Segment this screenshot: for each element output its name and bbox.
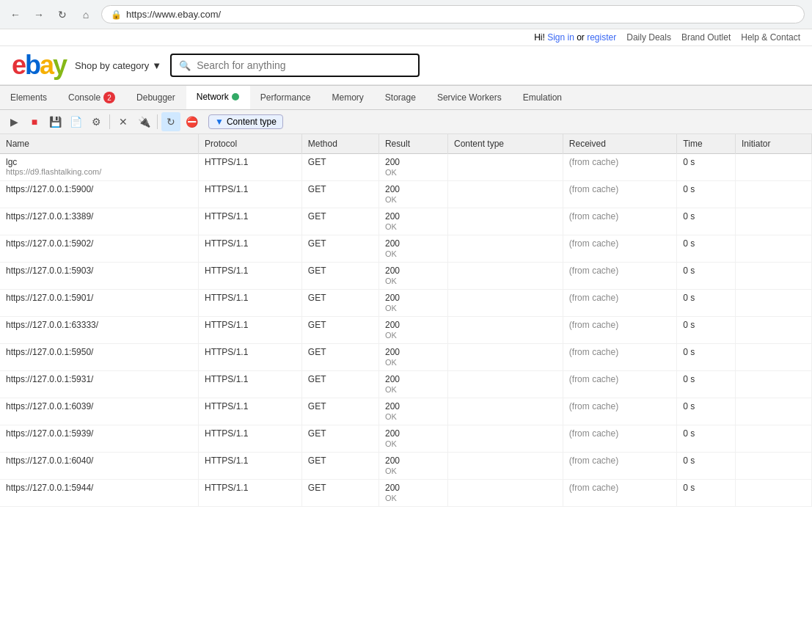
home-button[interactable]: ⌂ <box>78 7 94 23</box>
table-row[interactable]: https://127.0.0.1:5900/ HTTPS/1.1 GET 20… <box>0 181 812 208</box>
cell-method: GET <box>301 208 378 235</box>
col-result[interactable]: Result <box>378 134 447 154</box>
cell-received: (from cache) <box>563 235 677 263</box>
col-method[interactable]: Method <box>301 134 378 154</box>
table-row[interactable]: https://127.0.0.1:5901/ HTTPS/1.1 GET 20… <box>0 290 812 317</box>
top-bar: Hi! Sign in or register Daily Deals Bran… <box>0 29 812 46</box>
tab-memory[interactable]: Memory <box>322 86 375 109</box>
block-button[interactable]: ⛔ <box>182 112 201 131</box>
table-row[interactable]: https://127.0.0.1:63333/ HTTPS/1.1 GET 2… <box>0 317 812 344</box>
cell-protocol: HTTPS/1.1 <box>199 263 302 290</box>
cell-time: 0 s <box>677 235 736 263</box>
table-row[interactable]: https://127.0.0.1:5931/ HTTPS/1.1 GET 20… <box>0 371 812 398</box>
back-button[interactable]: ← <box>7 7 23 23</box>
search-bar[interactable]: 🔍 <box>170 54 420 77</box>
tab-network[interactable]: Network <box>186 86 250 109</box>
cell-content-type <box>448 181 563 208</box>
col-name[interactable]: Name <box>0 134 199 154</box>
daily-deals-link[interactable]: Daily Deals <box>626 32 671 43</box>
signin-link[interactable]: Sign in <box>547 32 574 43</box>
cell-result: 200OK <box>378 453 447 480</box>
filter-button[interactable]: 🔌 <box>134 112 153 131</box>
cell-method: GET <box>301 154 378 181</box>
clear-button[interactable]: ✕ <box>114 112 133 131</box>
cell-initiator <box>736 317 812 344</box>
table-row[interactable]: https://127.0.0.1:5903/ HTTPS/1.1 GET 20… <box>0 263 812 290</box>
cell-content-type <box>448 208 563 235</box>
tab-storage[interactable]: Storage <box>375 86 427 109</box>
cell-result: 200OK <box>378 208 447 235</box>
cell-name: https://127.0.0.1:5901/ <box>0 290 199 317</box>
cell-protocol: HTTPS/1.1 <box>199 154 302 181</box>
table-row[interactable]: lgc https://d9.flashtalking.com/ HTTPS/1… <box>0 154 812 181</box>
cell-received: (from cache) <box>563 263 677 290</box>
search-input[interactable] <box>197 59 411 71</box>
tab-debugger[interactable]: Debugger <box>126 86 186 109</box>
forward-button[interactable]: → <box>31 7 47 23</box>
table-row[interactable]: https://127.0.0.1:6040/ HTTPS/1.1 GET 20… <box>0 453 812 480</box>
cell-method: GET <box>301 181 378 208</box>
cell-result: 200OK <box>378 290 447 317</box>
cell-time: 0 s <box>677 181 736 208</box>
stop-button[interactable]: ■ <box>25 112 44 131</box>
tab-performance[interactable]: Performance <box>250 86 322 109</box>
cell-protocol: HTTPS/1.1 <box>199 480 302 507</box>
tab-service-workers-label: Service Workers <box>437 92 502 103</box>
cell-name: https://127.0.0.1:5903/ <box>0 263 199 290</box>
cell-protocol: HTTPS/1.1 <box>199 453 302 480</box>
col-initiator[interactable]: Initiator <box>736 134 812 154</box>
cell-result: 200OK <box>378 154 447 181</box>
network-table: Name Protocol Method Result Content type… <box>0 134 812 507</box>
tab-console[interactable]: Console 2 <box>58 86 126 109</box>
address-bar[interactable]: 🔒 https://www.ebay.com/ <box>101 5 805 23</box>
refresh-button[interactable]: ↻ <box>54 7 70 23</box>
col-protocol[interactable]: Protocol <box>199 134 302 154</box>
cell-name: https://127.0.0.1:5931/ <box>0 371 199 398</box>
cell-initiator <box>736 154 812 181</box>
table-row[interactable]: https://127.0.0.1:5902/ HTTPS/1.1 GET 20… <box>0 235 812 263</box>
settings-button[interactable]: ⚙ <box>87 112 106 131</box>
cell-protocol: HTTPS/1.1 <box>199 235 302 263</box>
tab-elements[interactable]: Elements <box>0 86 58 109</box>
cell-method: GET <box>301 453 378 480</box>
cell-name: https://127.0.0.1:63333/ <box>0 317 199 344</box>
main-bar: ebay Shop by category ▼ 🔍 <box>0 46 812 84</box>
help-contact-link[interactable]: Help & Contact <box>741 32 800 43</box>
cell-initiator <box>736 208 812 235</box>
tab-elements-label: Elements <box>10 92 47 103</box>
table-row[interactable]: https://127.0.0.1:6039/ HTTPS/1.1 GET 20… <box>0 398 812 425</box>
table-row[interactable]: https://127.0.0.1:3389/ HTTPS/1.1 GET 20… <box>0 208 812 235</box>
greeting-text: Hi! Sign in or register <box>534 32 616 43</box>
cell-content-type <box>448 235 563 263</box>
cell-received: (from cache) <box>563 480 677 507</box>
tab-emulation[interactable]: Emulation <box>513 86 573 109</box>
cell-method: GET <box>301 317 378 344</box>
cell-name: https://127.0.0.1:5939/ <box>0 425 199 453</box>
tab-service-workers[interactable]: Service Workers <box>427 86 513 109</box>
table-row[interactable]: https://127.0.0.1:5944/ HTTPS/1.1 GET 20… <box>0 480 812 507</box>
cell-content-type <box>448 425 563 453</box>
table-row[interactable]: https://127.0.0.1:5939/ HTTPS/1.1 GET 20… <box>0 425 812 453</box>
col-time[interactable]: Time <box>677 134 736 154</box>
tab-performance-label: Performance <box>260 92 311 103</box>
cell-initiator <box>736 290 812 317</box>
cell-time: 0 s <box>677 290 736 317</box>
import-button[interactable]: 📄 <box>66 112 85 131</box>
cell-result: 200OK <box>378 181 447 208</box>
brand-outlet-link[interactable]: Brand Outlet <box>681 32 731 43</box>
col-received[interactable]: Received <box>563 134 677 154</box>
persist-button[interactable]: ↻ <box>161 112 180 131</box>
cell-name: https://127.0.0.1:5944/ <box>0 480 199 507</box>
shop-by-category[interactable]: Shop by category ▼ <box>75 60 161 71</box>
cell-method: GET <box>301 235 378 263</box>
ebay-logo: ebay <box>12 52 66 78</box>
cell-result: 200OK <box>378 480 447 507</box>
cell-protocol: HTTPS/1.1 <box>199 317 302 344</box>
col-content-type[interactable]: Content type <box>448 134 563 154</box>
table-row[interactable]: https://127.0.0.1:5950/ HTTPS/1.1 GET 20… <box>0 344 812 371</box>
cell-initiator <box>736 453 812 480</box>
register-link[interactable]: register <box>587 32 616 43</box>
record-button[interactable]: ▶ <box>4 112 23 131</box>
save-button[interactable]: 💾 <box>45 112 65 131</box>
content-type-filter[interactable]: ▼ Content type <box>208 114 283 129</box>
